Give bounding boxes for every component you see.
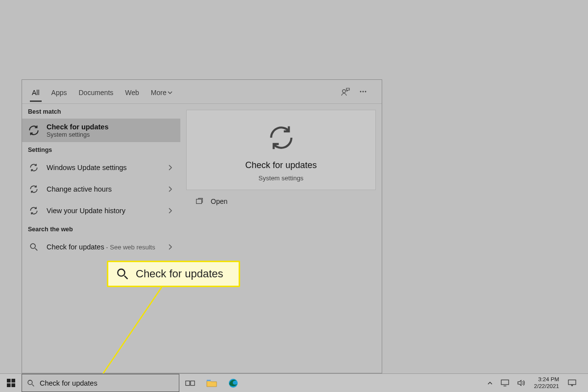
windows-logo-icon bbox=[7, 379, 15, 387]
feedback-button[interactable] bbox=[337, 83, 354, 100]
tray-network-button[interactable] bbox=[499, 379, 511, 387]
svg-point-2 bbox=[363, 91, 364, 93]
result-label: Windows Update settings bbox=[47, 163, 160, 172]
refresh-icon bbox=[27, 182, 41, 196]
results-preview-column: Check for updates System settings Open bbox=[180, 104, 382, 373]
taskbar: 3:24 PM 2/22/2021 bbox=[0, 373, 588, 392]
refresh-icon bbox=[27, 161, 41, 174]
section-search-web: Search the web bbox=[22, 221, 180, 236]
preview-action-label: Open bbox=[211, 197, 227, 205]
result-label: Change active hours bbox=[47, 185, 160, 194]
tab-web[interactable]: Web bbox=[125, 82, 139, 101]
refresh-icon bbox=[266, 122, 297, 153]
annotation-text: Check for updates bbox=[136, 268, 223, 280]
person-feedback-icon bbox=[341, 87, 350, 97]
taskbar-clock[interactable]: 3:24 PM 2/22/2021 bbox=[531, 376, 562, 389]
svg-point-8 bbox=[118, 269, 124, 276]
svg-rect-12 bbox=[11, 383, 15, 387]
tab-more[interactable]: More bbox=[151, 82, 173, 101]
system-tray: 3:24 PM 2/22/2021 bbox=[483, 374, 588, 392]
tab-documents[interactable]: Documents bbox=[78, 82, 113, 101]
svg-point-4 bbox=[30, 244, 35, 248]
svg-point-3 bbox=[365, 91, 367, 93]
search-results-panel: All Apps Documents Web More Best match C… bbox=[22, 79, 382, 373]
folder-icon bbox=[206, 379, 217, 388]
notification-icon bbox=[568, 379, 576, 387]
svg-rect-18 bbox=[501, 380, 509, 384]
clock-time: 3:24 PM bbox=[538, 376, 559, 383]
chevron-up-icon bbox=[487, 380, 493, 386]
search-icon bbox=[27, 240, 41, 254]
settings-result-active-hours[interactable]: Change active hours bbox=[22, 178, 180, 200]
open-icon bbox=[195, 197, 204, 206]
preview-open-action[interactable]: Open bbox=[186, 190, 376, 213]
results-left-column: Best match Check for updates System sett… bbox=[22, 104, 180, 373]
tab-all[interactable]: All bbox=[32, 82, 40, 101]
settings-result-update-history[interactable]: View your Update history bbox=[22, 200, 180, 221]
clock-date: 2/22/2021 bbox=[534, 383, 559, 390]
best-match-result[interactable]: Check for updates System settings bbox=[22, 119, 180, 142]
web-result[interactable]: Check for updates - See web results bbox=[22, 236, 180, 258]
edge-icon bbox=[228, 378, 239, 389]
file-explorer-button[interactable] bbox=[201, 379, 222, 388]
task-view-icon bbox=[185, 379, 195, 387]
search-tabs: All Apps Documents Web More bbox=[22, 80, 382, 103]
svg-rect-19 bbox=[568, 380, 576, 384]
preview-sub: System settings bbox=[259, 174, 304, 182]
svg-rect-10 bbox=[11, 379, 15, 383]
svg-rect-15 bbox=[191, 381, 195, 385]
monitor-icon bbox=[501, 379, 509, 387]
svg-rect-14 bbox=[186, 381, 190, 385]
taskbar-search-box[interactable] bbox=[22, 374, 179, 392]
caret-down-icon bbox=[167, 89, 173, 96]
result-label: Check for updates - See web results bbox=[47, 243, 160, 251]
best-match-sub: System settings bbox=[47, 131, 174, 138]
svg-rect-9 bbox=[7, 379, 11, 383]
tab-more-label: More bbox=[151, 89, 167, 97]
section-settings: Settings bbox=[22, 142, 180, 157]
start-button[interactable] bbox=[0, 374, 22, 392]
more-options-button[interactable] bbox=[354, 83, 372, 100]
action-center-button[interactable] bbox=[566, 379, 578, 387]
task-view-button[interactable] bbox=[179, 379, 201, 387]
ellipsis-icon bbox=[359, 87, 368, 96]
tray-overflow-button[interactable] bbox=[485, 380, 495, 386]
refresh-icon bbox=[27, 204, 41, 218]
settings-result-windows-update[interactable]: Windows Update settings bbox=[22, 157, 180, 178]
svg-point-0 bbox=[343, 90, 345, 93]
chevron-right-icon bbox=[166, 208, 174, 214]
chevron-right-icon bbox=[166, 244, 174, 250]
chevron-right-icon bbox=[166, 165, 174, 171]
chevron-right-icon bbox=[166, 186, 174, 192]
tab-apps[interactable]: Apps bbox=[51, 82, 67, 101]
svg-point-1 bbox=[360, 91, 362, 93]
result-label: View your Update history bbox=[47, 206, 160, 215]
search-icon bbox=[116, 268, 129, 280]
best-match-title: Check for updates bbox=[47, 122, 174, 131]
annotation-callout: Check for updates bbox=[107, 261, 240, 287]
svg-rect-5 bbox=[196, 199, 202, 204]
refresh-icon bbox=[27, 123, 41, 137]
svg-point-13 bbox=[28, 380, 32, 385]
svg-rect-11 bbox=[7, 383, 11, 387]
svg-rect-16 bbox=[207, 380, 211, 381]
search-icon bbox=[27, 379, 35, 387]
speaker-icon bbox=[517, 379, 525, 387]
taskbar-search-input[interactable] bbox=[40, 379, 174, 387]
preview-title: Check for updates bbox=[245, 160, 317, 171]
section-best-match: Best match bbox=[22, 104, 180, 119]
tray-volume-button[interactable] bbox=[515, 379, 527, 387]
preview-card: Check for updates System settings bbox=[186, 110, 376, 190]
edge-button[interactable] bbox=[222, 378, 244, 389]
